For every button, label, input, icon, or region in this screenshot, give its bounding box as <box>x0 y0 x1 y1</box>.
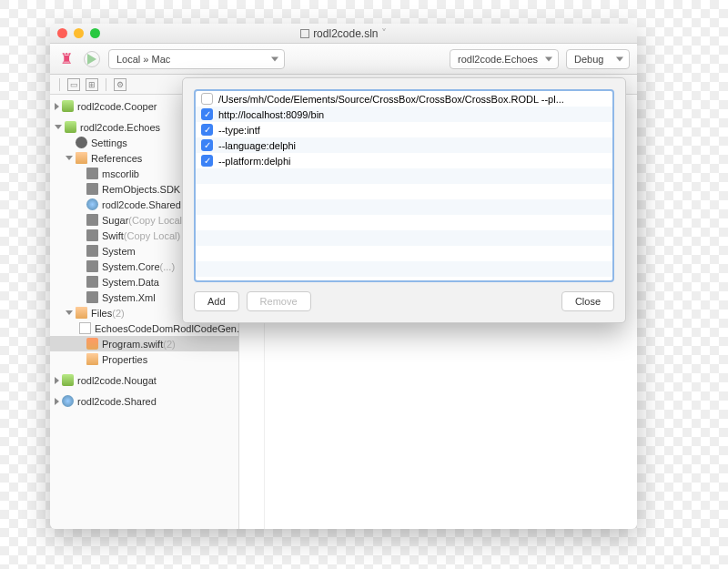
tree-label: mscorlib <box>102 168 139 179</box>
argument-checkbox[interactable] <box>201 93 213 105</box>
folder-icon <box>86 353 98 365</box>
tree-label: System.Xml <box>102 292 156 303</box>
tree-row[interactable]: rodl2code.Nougat <box>50 372 238 388</box>
argument-checkbox[interactable]: ✓ <box>201 139 213 151</box>
tree-label: Properties <box>102 354 147 365</box>
minimize-window-button[interactable] <box>74 28 84 38</box>
folder-icon <box>76 307 87 319</box>
arguments-dialog: /Users/mh/Code/Elements/Source/CrossBox/… <box>182 77 626 323</box>
proj-icon <box>65 121 76 133</box>
globe-icon <box>86 198 98 210</box>
close-window-button[interactable] <box>57 28 67 38</box>
tree-label: EchoesCodeDomRodlCodeGen.pas <box>95 323 238 334</box>
mode-dropdown[interactable]: Debug <box>566 49 630 69</box>
titlebar: rodl2code.sln ˅ <box>50 24 637 44</box>
argument-row[interactable]: /Users/mh/Code/Elements/Source/CrossBox/… <box>196 91 612 107</box>
tree-label: rodl2code.Nougat <box>77 375 157 386</box>
tree-label: rodl2code.Shared <box>77 396 157 407</box>
proj-icon <box>62 100 74 112</box>
config-dropdown[interactable]: rodl2code.Echoes <box>450 49 559 69</box>
argument-text: http://localhost:8099/bin <box>218 109 324 120</box>
argument-checkbox[interactable]: ✓ <box>201 124 213 136</box>
argument-checkbox[interactable]: ✓ <box>201 108 213 120</box>
brick-icon <box>86 183 98 195</box>
argument-row[interactable]: ✓--language:delphi <box>196 137 612 153</box>
tree-label: System.Data <box>102 277 159 288</box>
brick-icon <box>86 276 98 288</box>
tree-label: System <box>102 246 136 257</box>
brick-icon <box>86 291 98 303</box>
swift-icon <box>86 338 98 350</box>
tree-label: Program.swift <box>102 339 163 350</box>
add-button[interactable]: Add <box>194 291 239 311</box>
brick-icon <box>86 245 98 257</box>
tree-label: System.Core <box>102 261 160 272</box>
gear-icon <box>76 137 87 148</box>
traffic-lights <box>57 28 100 38</box>
brick-icon <box>86 214 98 226</box>
argument-checkbox[interactable]: ✓ <box>201 155 213 167</box>
run-button[interactable] <box>83 50 101 68</box>
close-button[interactable]: Close <box>561 291 614 311</box>
globe-icon <box>62 395 74 407</box>
argument-row[interactable]: ✓http://localhost:8099/bin <box>196 107 612 122</box>
tree-label: Sugar <box>102 215 128 226</box>
tree-label: RemObjects.SDK (... <box>102 184 195 195</box>
tree-row[interactable]: Program.swift (2) <box>50 336 238 351</box>
run-target-dropdown[interactable]: Local » Mac <box>108 49 285 69</box>
tree-label: Swift <box>102 230 124 241</box>
main-toolbar: ♜ Local » Mac rodl2code.Echoes Debug <box>50 44 637 75</box>
argument-text: --language:delphi <box>218 140 296 151</box>
folder-icon <box>76 152 87 164</box>
argument-row[interactable]: ✓--platform:delphi <box>196 153 612 168</box>
view-outline-icon[interactable]: ▭ <box>67 78 80 91</box>
remove-button[interactable]: Remove <box>247 291 311 311</box>
argument-text: /Users/mh/Code/Elements/Source/CrossBox/… <box>218 94 564 105</box>
tree-label: rodl2code.Shared <box>102 199 181 210</box>
brick-icon <box>86 168 98 179</box>
tree-row[interactable]: Properties <box>50 351 238 367</box>
tree-label: rodl2code.Cooper <box>77 101 157 112</box>
proj-icon <box>62 374 74 386</box>
view-debug-icon[interactable]: ⚙ <box>114 78 126 91</box>
window-title: rodl2code.sln ˅ <box>50 27 637 40</box>
tree-label: Files <box>91 308 112 319</box>
tree-label: Settings <box>91 137 127 148</box>
argument-text: --platform:delphi <box>218 156 290 167</box>
brick-icon <box>86 229 98 241</box>
tree-label: References <box>91 153 142 164</box>
zoom-window-button[interactable] <box>90 28 100 38</box>
tree-row[interactable]: rodl2code.Shared <box>50 393 238 409</box>
app-icon[interactable]: ♜ <box>57 50 76 68</box>
tree-label: rodl2code.Echoes <box>80 122 160 133</box>
arguments-listbox[interactable]: /Users/mh/Code/Elements/Source/CrossBox/… <box>194 89 614 282</box>
argument-text: --type:intf <box>218 125 260 136</box>
view-tree-icon[interactable]: ⊞ <box>86 78 98 91</box>
file-icon <box>79 322 91 334</box>
argument-row[interactable]: ✓--type:intf <box>196 122 612 137</box>
brick-icon <box>86 260 98 272</box>
